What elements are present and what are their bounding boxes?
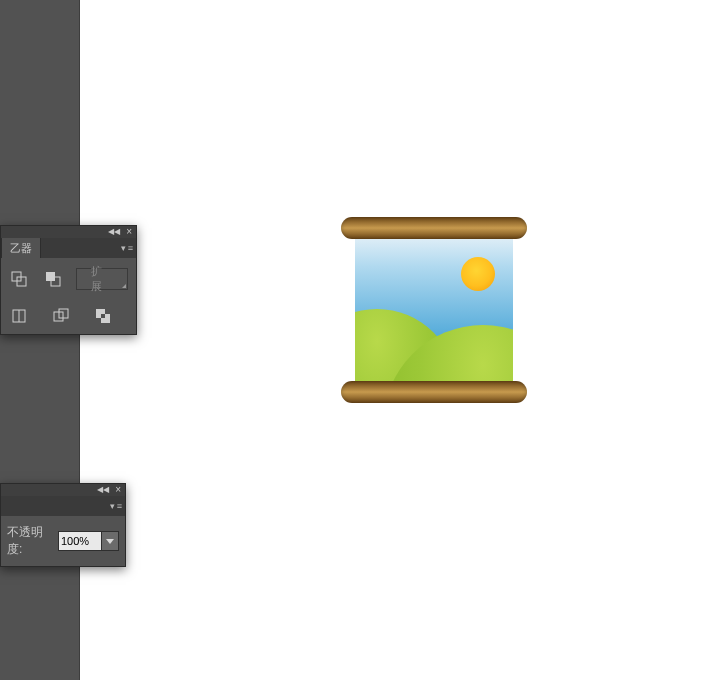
opacity-label: 不透明度: bbox=[7, 524, 54, 558]
opacity-field[interactable] bbox=[58, 531, 119, 551]
panel-menu-icon[interactable]: ▾≡ bbox=[110, 501, 121, 511]
sun-shape bbox=[461, 257, 495, 291]
transparency-panel[interactable]: ◀◀ × ▾≡ 不透明度: bbox=[0, 483, 126, 567]
pathfinder-icon[interactable] bbox=[93, 306, 113, 326]
pathfinder-panel[interactable]: ◀◀ × 乙器 ▾≡ 扩展 bbox=[0, 225, 137, 335]
close-icon[interactable]: × bbox=[126, 227, 132, 237]
button-corner-icon bbox=[122, 284, 126, 288]
panel-menu-icon[interactable]: ▾≡ bbox=[121, 243, 132, 253]
close-icon[interactable]: × bbox=[115, 485, 121, 495]
expand-button[interactable]: 扩展 bbox=[76, 268, 128, 290]
scroll-artwork[interactable] bbox=[341, 217, 527, 403]
scroll-rod-top bbox=[341, 217, 527, 239]
panel-collapse-bar[interactable]: ◀◀ × bbox=[1, 226, 136, 238]
scroll-sky bbox=[355, 233, 513, 385]
collapse-icon[interactable]: ◀◀ bbox=[108, 228, 120, 236]
pathfinder-icon[interactable] bbox=[9, 306, 29, 326]
scroll-rod-bottom bbox=[341, 381, 527, 403]
expand-button-label: 扩展 bbox=[91, 264, 113, 294]
svg-rect-10 bbox=[101, 314, 105, 318]
app-side-gutter bbox=[0, 0, 80, 680]
opacity-input[interactable] bbox=[59, 535, 101, 547]
collapse-icon[interactable]: ◀◀ bbox=[97, 486, 109, 494]
chevron-down-icon[interactable] bbox=[101, 532, 118, 550]
shape-mode-icon[interactable] bbox=[9, 269, 29, 289]
panel-collapse-bar[interactable]: ◀◀ × bbox=[1, 484, 125, 496]
panel-tab-label: 乙器 bbox=[10, 242, 32, 254]
panel-tab[interactable]: 乙器 bbox=[1, 238, 41, 258]
pathfinder-icon[interactable] bbox=[51, 306, 71, 326]
canvas[interactable] bbox=[81, 0, 711, 680]
svg-marker-11 bbox=[106, 539, 114, 544]
shape-mode-icon[interactable] bbox=[43, 269, 63, 289]
